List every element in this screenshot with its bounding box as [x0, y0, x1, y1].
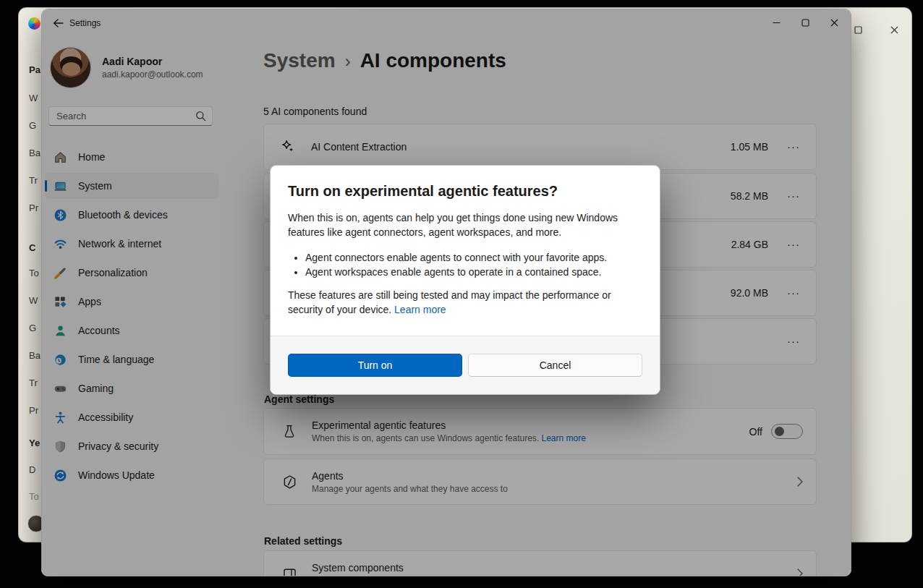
cancel-button[interactable]: Cancel	[468, 354, 642, 377]
bg-sidebar-item: Pr	[29, 405, 38, 416]
dialog-bullet: Agent workspaces enable agents to operat…	[305, 265, 642, 279]
bg-sidebar-item: C	[29, 242, 35, 253]
bg-sidebar-item: To	[29, 491, 39, 502]
bg-sidebar-item: Pa	[29, 64, 41, 75]
bg-sidebar-item: G	[29, 120, 36, 131]
dialog-footer: Turn on Cancel	[271, 336, 660, 394]
dialog-body-text: When this is on, agents can help you get…	[288, 210, 642, 239]
bg-sidebar-item: G	[29, 323, 36, 333]
bg-sidebar-item: To	[29, 268, 39, 278]
bg-sidebar-item: Ba	[29, 350, 41, 361]
copilot-logo-icon	[28, 17, 41, 30]
bg-sidebar-item: D	[29, 464, 35, 475]
bg-sidebar-item: W	[29, 295, 38, 306]
bg-sidebar-item: Tr	[29, 378, 38, 388]
dialog-note-text: These features are still being tested an…	[288, 289, 611, 315]
bg-sidebar-item: W	[29, 93, 38, 103]
agentic-features-dialog: Turn on experimental agentic features? W…	[270, 165, 660, 395]
dialog-bullet-list: Agent connectors enable agents to connec…	[288, 250, 642, 279]
dialog-title: Turn on experimental agentic features?	[288, 183, 642, 200]
bg-close-button[interactable]	[887, 22, 901, 37]
bg-sidebar-item: Tr	[29, 175, 38, 186]
desktop: Pa W G Ba Tr Pr C To W G Ba Tr Pr Ye D T…	[0, 0, 923, 588]
bg-sidebar-item: Ba	[29, 148, 41, 158]
turn-on-button[interactable]: Turn on	[288, 354, 462, 377]
bg-sidebar-item: Pr	[29, 203, 38, 213]
bg-maximize-button[interactable]	[851, 22, 865, 37]
bg-sidebar-item: Ye	[29, 438, 40, 448]
dialog-bullet: Agent connectors enable agents to connec…	[305, 250, 642, 265]
learn-more-link[interactable]: Learn more	[394, 304, 446, 315]
